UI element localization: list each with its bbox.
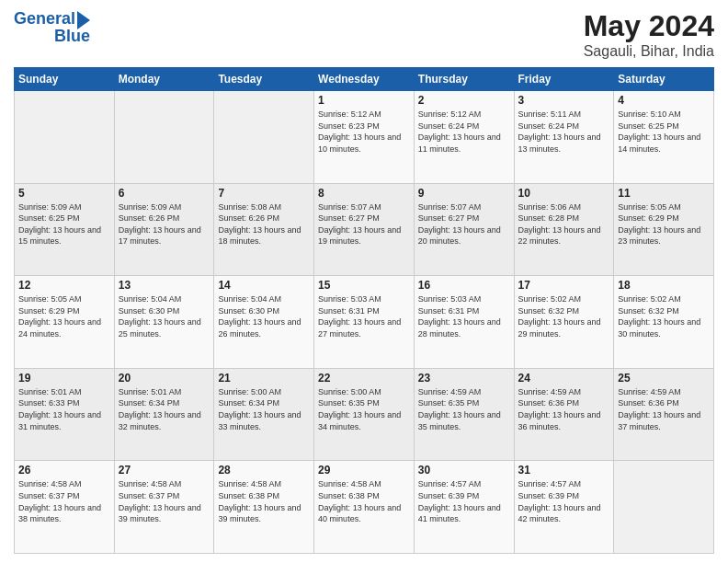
day-info: Sunrise: 5:11 AMSunset: 6:24 PMDaylight:…	[518, 109, 610, 155]
calendar-week-3: 12Sunrise: 5:05 AMSunset: 6:29 PMDayligh…	[15, 276, 714, 369]
day-number: 17	[518, 279, 610, 292]
day-info: Sunrise: 4:57 AMSunset: 6:39 PMDaylight:…	[418, 478, 510, 524]
calendar-week-1: 1Sunrise: 5:12 AMSunset: 6:23 PMDaylight…	[15, 91, 714, 184]
weekday-header-tuesday: Tuesday	[214, 68, 314, 91]
calendar-cell	[614, 461, 714, 554]
day-number: 13	[119, 279, 210, 292]
calendar-cell: 31Sunrise: 4:57 AMSunset: 6:39 PMDayligh…	[514, 461, 614, 554]
day-number: 1	[318, 94, 410, 107]
calendar-cell: 25Sunrise: 4:59 AMSunset: 6:36 PMDayligh…	[614, 368, 714, 461]
page: General Blue May 2024 Sagauli, Bihar, In…	[0, 0, 728, 563]
day-info: Sunrise: 5:07 AMSunset: 6:27 PMDaylight:…	[318, 201, 410, 247]
calendar-cell: 12Sunrise: 5:05 AMSunset: 6:29 PMDayligh…	[15, 276, 115, 369]
day-info: Sunrise: 5:03 AMSunset: 6:31 PMDaylight:…	[318, 293, 410, 339]
day-number: 16	[418, 279, 510, 292]
calendar-cell: 6Sunrise: 5:09 AMSunset: 6:26 PMDaylight…	[114, 183, 214, 276]
weekday-header-saturday: Saturday	[614, 68, 714, 91]
calendar-cell: 26Sunrise: 4:58 AMSunset: 6:37 PMDayligh…	[15, 461, 115, 554]
weekday-header-monday: Monday	[114, 68, 214, 91]
day-info: Sunrise: 5:00 AMSunset: 6:34 PMDaylight:…	[218, 386, 310, 432]
header: General Blue May 2024 Sagauli, Bihar, In…	[14, 9, 714, 60]
calendar-cell: 7Sunrise: 5:08 AMSunset: 6:26 PMDaylight…	[214, 183, 314, 276]
day-number: 29	[318, 464, 410, 477]
day-info: Sunrise: 5:09 AMSunset: 6:25 PMDaylight:…	[18, 201, 110, 247]
day-number: 25	[618, 372, 710, 385]
calendar-cell: 8Sunrise: 5:07 AMSunset: 6:27 PMDaylight…	[314, 183, 415, 276]
calendar-cell: 18Sunrise: 5:02 AMSunset: 6:32 PMDayligh…	[614, 276, 714, 369]
day-number: 15	[318, 279, 410, 292]
title-block: May 2024 Sagauli, Bihar, India	[584, 9, 714, 60]
day-number: 6	[119, 187, 210, 200]
calendar-cell: 21Sunrise: 5:00 AMSunset: 6:34 PMDayligh…	[214, 368, 314, 461]
calendar-cell: 30Sunrise: 4:57 AMSunset: 6:39 PMDayligh…	[414, 461, 514, 554]
day-number: 27	[119, 464, 210, 477]
calendar-cell: 4Sunrise: 5:10 AMSunset: 6:25 PMDaylight…	[614, 91, 714, 184]
day-info: Sunrise: 5:10 AMSunset: 6:25 PMDaylight:…	[618, 109, 710, 155]
day-info: Sunrise: 5:01 AMSunset: 6:34 PMDaylight:…	[119, 386, 210, 432]
calendar-cell: 10Sunrise: 5:06 AMSunset: 6:28 PMDayligh…	[514, 183, 614, 276]
day-number: 5	[18, 187, 110, 200]
calendar-cell: 24Sunrise: 4:59 AMSunset: 6:36 PMDayligh…	[514, 368, 614, 461]
calendar-cell: 20Sunrise: 5:01 AMSunset: 6:34 PMDayligh…	[114, 368, 214, 461]
day-number: 8	[318, 187, 410, 200]
day-number: 10	[518, 187, 610, 200]
weekday-header-row: SundayMondayTuesdayWednesdayThursdayFrid…	[15, 68, 714, 91]
day-info: Sunrise: 4:58 AMSunset: 6:37 PMDaylight:…	[119, 478, 210, 524]
calendar-cell: 11Sunrise: 5:05 AMSunset: 6:29 PMDayligh…	[614, 183, 714, 276]
day-number: 2	[418, 94, 510, 107]
day-info: Sunrise: 5:09 AMSunset: 6:26 PMDaylight:…	[119, 201, 210, 247]
day-info: Sunrise: 5:05 AMSunset: 6:29 PMDaylight:…	[618, 201, 710, 247]
day-number: 22	[318, 372, 410, 385]
calendar-cell: 23Sunrise: 4:59 AMSunset: 6:35 PMDayligh…	[414, 368, 514, 461]
day-number: 21	[218, 372, 310, 385]
day-info: Sunrise: 5:04 AMSunset: 6:30 PMDaylight:…	[119, 293, 210, 339]
day-number: 18	[618, 279, 710, 292]
weekday-header-sunday: Sunday	[15, 68, 115, 91]
calendar-cell	[214, 91, 314, 184]
day-number: 20	[119, 372, 210, 385]
calendar-cell: 22Sunrise: 5:00 AMSunset: 6:35 PMDayligh…	[314, 368, 415, 461]
calendar-cell: 9Sunrise: 5:07 AMSunset: 6:27 PMDaylight…	[414, 183, 514, 276]
day-number: 7	[218, 187, 310, 200]
day-info: Sunrise: 5:03 AMSunset: 6:31 PMDaylight:…	[418, 293, 510, 339]
day-info: Sunrise: 4:57 AMSunset: 6:39 PMDaylight:…	[518, 478, 610, 524]
day-info: Sunrise: 5:06 AMSunset: 6:28 PMDaylight:…	[518, 201, 610, 247]
day-number: 3	[518, 94, 610, 107]
day-info: Sunrise: 5:05 AMSunset: 6:29 PMDaylight:…	[18, 293, 110, 339]
day-number: 28	[218, 464, 310, 477]
day-info: Sunrise: 5:02 AMSunset: 6:32 PMDaylight:…	[518, 293, 610, 339]
day-info: Sunrise: 5:08 AMSunset: 6:26 PMDaylight:…	[218, 201, 310, 247]
day-info: Sunrise: 4:58 AMSunset: 6:38 PMDaylight:…	[318, 478, 410, 524]
day-number: 23	[418, 372, 510, 385]
weekday-header-wednesday: Wednesday	[314, 68, 415, 91]
calendar-cell	[114, 91, 214, 184]
calendar-table: SundayMondayTuesdayWednesdayThursdayFrid…	[14, 67, 714, 554]
calendar-cell: 15Sunrise: 5:03 AMSunset: 6:31 PMDayligh…	[314, 276, 415, 369]
calendar-cell: 2Sunrise: 5:12 AMSunset: 6:24 PMDaylight…	[414, 91, 514, 184]
day-number: 30	[418, 464, 510, 477]
calendar-cell: 27Sunrise: 4:58 AMSunset: 6:37 PMDayligh…	[114, 461, 214, 554]
day-number: 11	[618, 187, 710, 200]
day-number: 4	[618, 94, 710, 107]
calendar-cell: 16Sunrise: 5:03 AMSunset: 6:31 PMDayligh…	[414, 276, 514, 369]
day-info: Sunrise: 4:59 AMSunset: 6:36 PMDaylight:…	[518, 386, 610, 432]
main-title: May 2024	[584, 9, 714, 43]
day-info: Sunrise: 5:02 AMSunset: 6:32 PMDaylight:…	[618, 293, 710, 339]
day-info: Sunrise: 4:59 AMSunset: 6:36 PMDaylight:…	[618, 386, 710, 432]
day-number: 26	[18, 464, 110, 477]
day-info: Sunrise: 4:58 AMSunset: 6:37 PMDaylight:…	[18, 478, 110, 524]
day-number: 14	[218, 279, 310, 292]
calendar-cell: 19Sunrise: 5:01 AMSunset: 6:33 PMDayligh…	[15, 368, 115, 461]
calendar-cell: 14Sunrise: 5:04 AMSunset: 6:30 PMDayligh…	[214, 276, 314, 369]
day-info: Sunrise: 5:00 AMSunset: 6:35 PMDaylight:…	[318, 386, 410, 432]
calendar-cell: 1Sunrise: 5:12 AMSunset: 6:23 PMDaylight…	[314, 91, 415, 184]
weekday-header-thursday: Thursday	[414, 68, 514, 91]
calendar-cell: 5Sunrise: 5:09 AMSunset: 6:25 PMDaylight…	[15, 183, 115, 276]
logo: General Blue	[14, 9, 90, 46]
calendar-week-2: 5Sunrise: 5:09 AMSunset: 6:25 PMDaylight…	[15, 183, 714, 276]
day-info: Sunrise: 4:59 AMSunset: 6:35 PMDaylight:…	[418, 386, 510, 432]
day-number: 9	[418, 187, 510, 200]
day-info: Sunrise: 5:04 AMSunset: 6:30 PMDaylight:…	[218, 293, 310, 339]
calendar-cell: 13Sunrise: 5:04 AMSunset: 6:30 PMDayligh…	[114, 276, 214, 369]
day-info: Sunrise: 5:01 AMSunset: 6:33 PMDaylight:…	[18, 386, 110, 432]
